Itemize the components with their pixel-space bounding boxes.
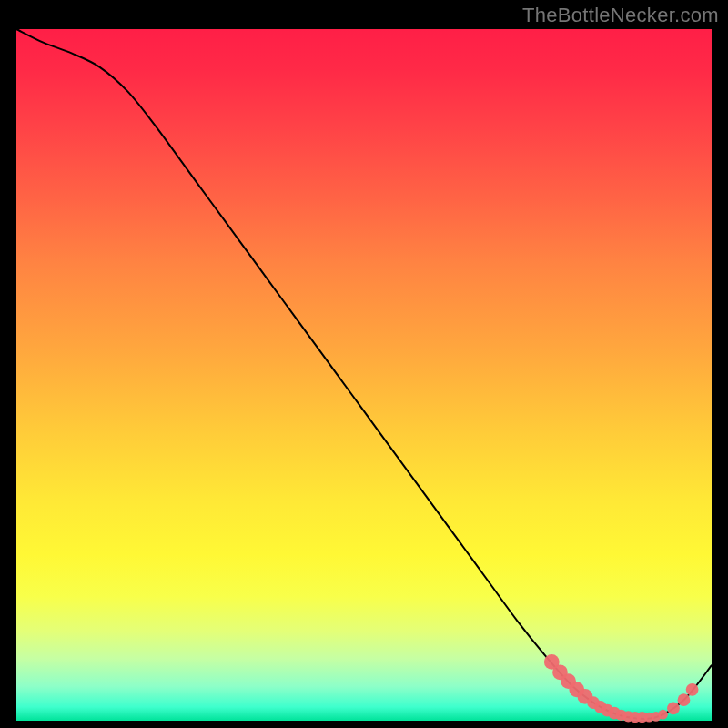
curve-svg <box>16 29 712 721</box>
curve-marker <box>686 683 699 696</box>
bottleneck-curve <box>16 29 712 719</box>
marker-group <box>544 654 699 723</box>
attribution-label: TheBottleNecker.com <box>522 4 719 27</box>
curve-marker <box>667 702 680 714</box>
plot-area <box>16 29 712 721</box>
curve-marker <box>678 693 691 706</box>
chart-stage: TheBottleNecker.com <box>0 0 728 728</box>
curve-marker <box>658 710 668 720</box>
